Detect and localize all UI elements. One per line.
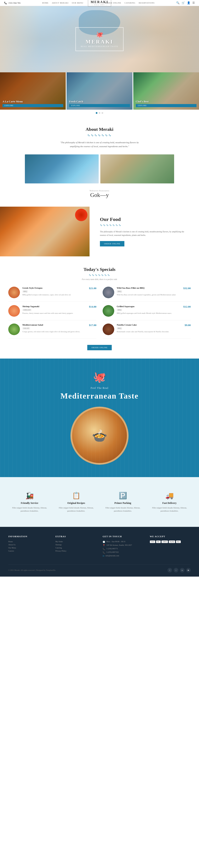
specials-subtitle: For every taste dish, there is a perfect… [8, 278, 191, 280]
footer-col3-title: Get In Touch [103, 535, 144, 538]
specials-grid: Greek Style Octopus BBQ BBQ grilled octo… [8, 287, 191, 339]
feature-icon-1: 🚂 [10, 492, 49, 499]
nav-home[interactable]: HOME [42, 2, 49, 4]
nav-menu[interactable]: OUR MENU [72, 2, 83, 4]
footer-link-sitemap[interactable]: Sitemap [56, 544, 96, 546]
social-icons: f t in ▶ [168, 568, 191, 572]
special-desc-5: Crispy greens, red onion with extra virg… [22, 330, 85, 333]
nav-reservations[interactable]: RESERVATIONS [139, 2, 154, 4]
nav-catering[interactable]: CATERING [124, 2, 136, 4]
special-img-4 [103, 305, 114, 317]
special-tag-6: BBQ [117, 327, 122, 330]
our-food-title: Our Food [100, 217, 189, 222]
about-quote: "The philosophy of Meraki's kitchen is o… [56, 141, 143, 148]
logo[interactable]: MERAKI — Since 2001 — [88, 0, 111, 7]
cart-icon[interactable]: 🛒 [181, 1, 185, 5]
special-tag-1: BBQ [22, 290, 28, 293]
feature-title-2: Original Recipes [57, 502, 95, 505]
dot-3[interactable] [102, 112, 103, 114]
signature-script: Gok—y [25, 192, 174, 198]
special-img-1 [8, 287, 20, 298]
feature-item-2: 📋 Original Recipes Filler snippet fistfu… [55, 488, 97, 517]
mediterranean-section: 🐙 Feel The Real Mediterranean Taste 🍲 [0, 359, 199, 477]
special-price-3: $14.00 [89, 305, 96, 308]
facebook-icon[interactable]: f [168, 568, 172, 572]
navbar: 📞 +555 594 765 HOME ABOUT MERAKI OUR MEN… [0, 0, 199, 6]
footer-link-catering[interactable]: Catering [56, 547, 96, 549]
footer-link-about[interactable]: About Us [8, 544, 49, 546]
instagram-icon[interactable]: in [180, 568, 184, 572]
feature-icon-2: 📋 [57, 492, 95, 499]
nav-icons: 🔍 🛒 👤 ☰ [176, 1, 195, 5]
specials-order-btn[interactable]: Order Online [87, 345, 112, 350]
special-name-6: Nutella Cream Cake [117, 323, 180, 326]
about-image-2 [100, 154, 174, 183]
phone-number[interactable]: 📞 +555 594 765 [4, 2, 21, 4]
special-img-5 [8, 323, 20, 335]
our-food-desc: The philosophy of Meraki's kitchen is on… [100, 230, 189, 237]
special-price-4: $12.00 [183, 305, 191, 308]
footer-link-menu[interactable]: Our Menu [8, 547, 49, 549]
food-card-2[interactable]: Fresh Catch Explore [66, 72, 132, 110]
mastercard-icon: MC [156, 540, 161, 543]
contact-phone-1: 📞 1 (256) 095771 [103, 548, 144, 550]
food-card-1[interactable]: A La Carte Menu Explore [0, 72, 66, 110]
footer-top: Information Home About Us Our Menu Caree… [8, 535, 191, 558]
special-desc-6: Homemade cream cake and Nutella, mascarp… [117, 330, 180, 333]
footer-col-extras: Extras My Order Sitemap Catering Privacy… [56, 535, 96, 558]
user-icon[interactable]: 👤 [187, 1, 190, 5]
contact-address: 📍 120 5th Avenue, Seattle, WA 2637 [103, 544, 144, 547]
footer-link-home[interactable]: Home [8, 540, 49, 542]
dot-1[interactable] [96, 112, 97, 114]
special-price-1: $21.00 [89, 287, 96, 290]
about-section: About Meraki ∿∿∿∿∿∿∿ "The philosophy of … [0, 116, 199, 207]
nav-about[interactable]: ABOUT MERAKI [52, 2, 68, 4]
footer: Information Home About Us Our Menu Caree… [0, 527, 199, 577]
special-name-3: Shrimp Saganaki [22, 305, 85, 308]
feature-title-3: Primer Parking [104, 502, 142, 505]
hero-octopus-icon: 🐙 [81, 31, 118, 38]
our-food-order-btn[interactable]: Order Online [100, 241, 124, 246]
contact-phone-2: 📞 1 (255) 6957321 [103, 551, 144, 554]
hero-section: 🐙 MERAKI REAL MEDITERRANEAN TASTE [0, 6, 199, 72]
phone-icon-1: 📞 [103, 548, 105, 550]
footer-col2-title: Extras [56, 535, 96, 538]
special-img-6 [103, 323, 114, 335]
features-grid: 🚂 Friendly Service Filler snippet fistfu… [8, 488, 191, 517]
amex-icon: AMEX [162, 540, 168, 543]
phone-icon: 📞 [4, 2, 7, 4]
footer-col-info: Information Home About Us Our Menu Caree… [8, 535, 49, 558]
food-card-3[interactable]: Chef's Best Explore [133, 72, 199, 110]
contact-hours: 🕐 Mon – Sun 09:00 – 00:31 [103, 540, 144, 543]
special-item-5: Mediterranean Salad SALAD Crispy greens,… [8, 323, 96, 339]
feature-desc-1: Filler snippet fistful shoudn Alieetan, … [10, 506, 49, 513]
copyright-text: © 2021 Meraki. All rights reserved. | De… [8, 569, 56, 571]
footer-bottom: © 2021 Meraki. All rights reserved. | De… [8, 564, 191, 572]
feature-desc-3: Filler snippet fistful shoudn Alieetan, … [104, 506, 142, 513]
special-tag-5: SALAD [22, 327, 30, 330]
feature-title-4: Fast Delivery [150, 502, 189, 505]
search-icon[interactable]: 🔍 [176, 1, 179, 5]
feature-title-1: Friendly Service [10, 502, 49, 505]
dot-2[interactable] [99, 112, 100, 114]
med-subtitle: Feel The Real [8, 386, 191, 390]
about-title: About Meraki [25, 127, 174, 132]
twitter-icon[interactable]: t [174, 568, 178, 572]
specials-order: Order Online [8, 345, 191, 350]
hero-logo: 🐙 MERAKI REAL MEDITERRANEAN TASTE [76, 27, 123, 51]
footer-link-careers[interactable]: Careers [8, 550, 49, 552]
feature-item-1: 🚂 Friendly Service Filler snippet fistfu… [8, 488, 51, 517]
footer-col-payment: We Accept VISA MC AMEX PayPal Disc [150, 535, 191, 558]
payment-icons: VISA MC AMEX PayPal Disc [150, 540, 191, 543]
about-image-1 [25, 154, 99, 183]
footer-link-myorder[interactable]: My Order [56, 540, 96, 542]
youtube-icon[interactable]: ▶ [186, 568, 191, 572]
our-food-content: Our Food ∿∿∿∿∿∿∿ The philosophy of Merak… [90, 207, 199, 256]
feature-icon-3: 🅿️ [104, 492, 142, 499]
about-images [25, 154, 174, 183]
footer-link-privacy[interactable]: Privacy Policy [56, 550, 96, 552]
menu-icon[interactable]: ☰ [192, 1, 195, 5]
special-price-6: $9.00 [185, 323, 191, 327]
special-item-6: Nutella Cream Cake BBQ Homemade cream ca… [103, 323, 191, 339]
special-img-3 [8, 305, 20, 317]
